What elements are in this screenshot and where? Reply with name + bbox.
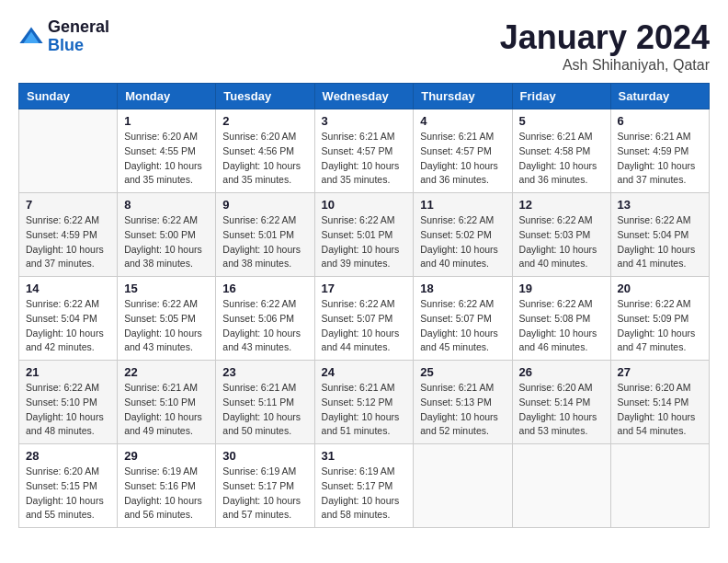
- day-info: Sunrise: 6:21 AMSunset: 5:11 PMDaylight:…: [222, 381, 307, 439]
- calendar-cell: 15Sunrise: 6:22 AMSunset: 5:05 PMDayligh…: [118, 277, 216, 361]
- logo-blue: Blue: [48, 37, 109, 55]
- day-info: Sunrise: 6:19 AMSunset: 5:17 PMDaylight:…: [322, 465, 407, 523]
- day-info: Sunrise: 6:20 AMSunset: 5:14 PMDaylight:…: [618, 381, 702, 439]
- day-info: Sunrise: 6:22 AMSunset: 5:01 PMDaylight:…: [322, 213, 407, 271]
- day-number: 23: [222, 365, 307, 379]
- day-number: 14: [26, 282, 110, 295]
- day-info: Sunrise: 6:21 AMSunset: 4:57 PMDaylight:…: [420, 130, 505, 188]
- page-header: General Blue January 2024 Ash Shihaniyah…: [18, 18, 710, 74]
- col-header-sunday: Sunday: [19, 84, 118, 109]
- day-info: Sunrise: 6:22 AMSunset: 5:00 PMDaylight:…: [124, 213, 209, 271]
- calendar-cell: 12Sunrise: 6:22 AMSunset: 5:03 PMDayligh…: [512, 193, 610, 277]
- day-info: Sunrise: 6:22 AMSunset: 5:02 PMDaylight:…: [420, 213, 505, 271]
- calendar-cell: 19Sunrise: 6:22 AMSunset: 5:08 PMDayligh…: [512, 277, 610, 361]
- day-number: 21: [26, 365, 110, 379]
- day-info: Sunrise: 6:20 AMSunset: 5:14 PMDaylight:…: [519, 381, 604, 439]
- day-number: 26: [519, 365, 604, 379]
- logo-icon: [18, 24, 44, 50]
- day-number: 2: [222, 114, 307, 128]
- day-info: Sunrise: 6:21 AMSunset: 4:57 PMDaylight:…: [322, 130, 407, 188]
- calendar-cell: 5Sunrise: 6:21 AMSunset: 4:58 PMDaylight…: [512, 109, 610, 193]
- day-info: Sunrise: 6:20 AMSunset: 5:15 PMDaylight:…: [26, 465, 110, 523]
- day-number: 31: [322, 449, 407, 463]
- day-info: Sunrise: 6:21 AMSunset: 4:59 PMDaylight:…: [618, 130, 702, 188]
- calendar-cell: 22Sunrise: 6:21 AMSunset: 5:10 PMDayligh…: [118, 361, 216, 444]
- day-number: 25: [420, 365, 505, 379]
- day-number: 8: [124, 198, 209, 212]
- calendar-cell: 26Sunrise: 6:20 AMSunset: 5:14 PMDayligh…: [512, 361, 610, 444]
- calendar-cell: 25Sunrise: 6:21 AMSunset: 5:13 PMDayligh…: [414, 361, 512, 444]
- day-number: 17: [322, 282, 407, 295]
- day-number: 20: [618, 282, 702, 295]
- day-number: 22: [124, 365, 209, 379]
- day-number: 10: [322, 198, 407, 212]
- col-header-wednesday: Wednesday: [314, 84, 414, 109]
- calendar-cell: 7Sunrise: 6:22 AMSunset: 4:59 PMDaylight…: [19, 193, 118, 277]
- calendar-cell: 4Sunrise: 6:21 AMSunset: 4:57 PMDaylight…: [414, 109, 512, 193]
- day-info: Sunrise: 6:21 AMSunset: 5:13 PMDaylight:…: [420, 381, 505, 439]
- calendar-cell: 14Sunrise: 6:22 AMSunset: 5:04 PMDayligh…: [19, 277, 118, 361]
- calendar-cell: [19, 109, 118, 193]
- day-info: Sunrise: 6:22 AMSunset: 5:08 PMDaylight:…: [519, 297, 604, 355]
- week-row-2: 7Sunrise: 6:22 AMSunset: 4:59 PMDaylight…: [19, 193, 710, 277]
- calendar-cell: 2Sunrise: 6:20 AMSunset: 4:56 PMDaylight…: [216, 109, 314, 193]
- day-number: 12: [519, 198, 604, 212]
- day-number: 11: [420, 198, 505, 212]
- col-header-saturday: Saturday: [610, 84, 709, 109]
- calendar-cell: 10Sunrise: 6:22 AMSunset: 5:01 PMDayligh…: [314, 193, 414, 277]
- day-number: 30: [222, 449, 307, 463]
- day-number: 19: [519, 282, 604, 295]
- calendar-cell: 6Sunrise: 6:21 AMSunset: 4:59 PMDaylight…: [610, 109, 709, 193]
- title-section: January 2024 Ash Shihaniyah, Qatar: [500, 18, 710, 74]
- week-row-5: 28Sunrise: 6:20 AMSunset: 5:15 PMDayligh…: [19, 444, 710, 528]
- day-info: Sunrise: 6:22 AMSunset: 5:07 PMDaylight:…: [420, 297, 505, 355]
- day-number: 4: [420, 114, 505, 128]
- calendar-cell: [414, 444, 512, 528]
- day-info: Sunrise: 6:22 AMSunset: 5:07 PMDaylight:…: [322, 297, 407, 355]
- day-info: Sunrise: 6:22 AMSunset: 5:06 PMDaylight:…: [222, 297, 307, 355]
- day-number: 18: [420, 282, 505, 295]
- calendar-cell: 17Sunrise: 6:22 AMSunset: 5:07 PMDayligh…: [314, 277, 414, 361]
- logo-text: General Blue: [48, 18, 109, 55]
- day-number: 7: [26, 198, 110, 212]
- day-number: 3: [322, 114, 407, 128]
- day-info: Sunrise: 6:22 AMSunset: 5:09 PMDaylight:…: [618, 297, 702, 355]
- day-number: 29: [124, 449, 209, 463]
- day-info: Sunrise: 6:21 AMSunset: 5:12 PMDaylight:…: [322, 381, 407, 439]
- calendar-cell: 8Sunrise: 6:22 AMSunset: 5:00 PMDaylight…: [118, 193, 216, 277]
- calendar-cell: 28Sunrise: 6:20 AMSunset: 5:15 PMDayligh…: [19, 444, 118, 528]
- day-info: Sunrise: 6:22 AMSunset: 5:04 PMDaylight:…: [618, 213, 702, 271]
- day-info: Sunrise: 6:22 AMSunset: 4:59 PMDaylight:…: [26, 213, 110, 271]
- calendar-cell: 13Sunrise: 6:22 AMSunset: 5:04 PMDayligh…: [610, 193, 709, 277]
- day-info: Sunrise: 6:19 AMSunset: 5:17 PMDaylight:…: [222, 465, 307, 523]
- day-number: 5: [519, 114, 604, 128]
- week-row-4: 21Sunrise: 6:22 AMSunset: 5:10 PMDayligh…: [19, 361, 710, 444]
- day-number: 1: [124, 114, 209, 128]
- day-number: 27: [618, 365, 702, 379]
- col-header-thursday: Thursday: [414, 84, 512, 109]
- calendar-cell: [610, 444, 709, 528]
- month-year-title: January 2024: [500, 18, 710, 57]
- day-info: Sunrise: 6:22 AMSunset: 5:05 PMDaylight:…: [124, 297, 209, 355]
- day-info: Sunrise: 6:20 AMSunset: 4:55 PMDaylight:…: [124, 130, 209, 188]
- day-info: Sunrise: 6:21 AMSunset: 5:10 PMDaylight:…: [124, 381, 209, 439]
- day-info: Sunrise: 6:22 AMSunset: 5:04 PMDaylight:…: [26, 297, 110, 355]
- logo: General Blue: [18, 18, 109, 55]
- day-number: 24: [322, 365, 407, 379]
- calendar-cell: 9Sunrise: 6:22 AMSunset: 5:01 PMDaylight…: [216, 193, 314, 277]
- day-info: Sunrise: 6:22 AMSunset: 5:03 PMDaylight:…: [519, 213, 604, 271]
- calendar-cell: [512, 444, 610, 528]
- day-info: Sunrise: 6:22 AMSunset: 5:01 PMDaylight:…: [222, 213, 307, 271]
- week-row-3: 14Sunrise: 6:22 AMSunset: 5:04 PMDayligh…: [19, 277, 710, 361]
- day-info: Sunrise: 6:20 AMSunset: 4:56 PMDaylight:…: [222, 130, 307, 188]
- calendar-cell: 31Sunrise: 6:19 AMSunset: 5:17 PMDayligh…: [314, 444, 414, 528]
- calendar-cell: 29Sunrise: 6:19 AMSunset: 5:16 PMDayligh…: [118, 444, 216, 528]
- day-number: 16: [222, 282, 307, 295]
- logo-general: General: [48, 18, 109, 37]
- calendar-header-row: SundayMondayTuesdayWednesdayThursdayFrid…: [19, 84, 710, 109]
- day-number: 15: [124, 282, 209, 295]
- calendar-cell: 16Sunrise: 6:22 AMSunset: 5:06 PMDayligh…: [216, 277, 314, 361]
- calendar-cell: 24Sunrise: 6:21 AMSunset: 5:12 PMDayligh…: [314, 361, 414, 444]
- calendar-cell: 1Sunrise: 6:20 AMSunset: 4:55 PMDaylight…: [118, 109, 216, 193]
- calendar-cell: 20Sunrise: 6:22 AMSunset: 5:09 PMDayligh…: [610, 277, 709, 361]
